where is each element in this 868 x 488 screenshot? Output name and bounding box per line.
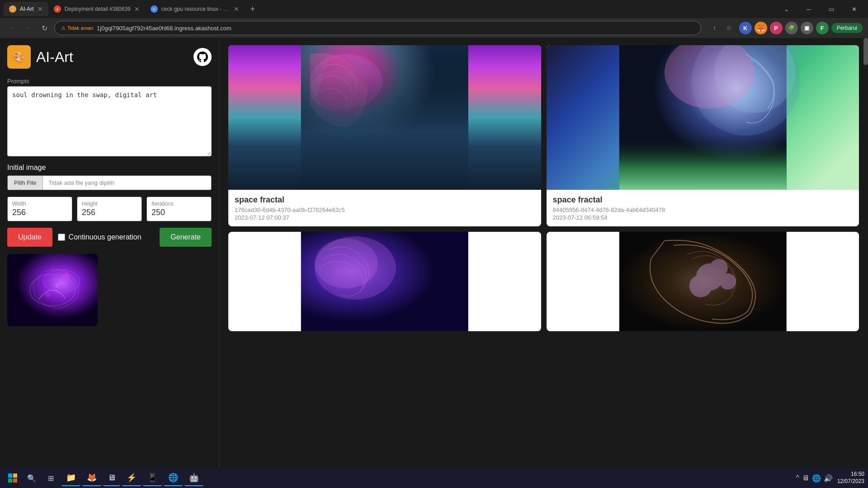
tab-close-2[interactable]: ✕: [134, 6, 140, 12]
iterations-input[interactable]: [151, 208, 207, 217]
tab-close-3[interactable]: ✕: [234, 6, 239, 12]
update-button-browser[interactable]: Perbarui: [831, 23, 863, 33]
initial-image-label: Initial image: [7, 164, 212, 172]
share-button[interactable]: ↑: [708, 22, 721, 34]
height-label: Height: [82, 201, 137, 207]
art-card-1[interactable]: space fractal 176cad30-6d4b-4370-aa0b-f2…: [228, 45, 541, 226]
fractal-svg-1: [228, 45, 541, 190]
browser-chrome: 🎨 AI-Art ✕ ⚡ Deployment detail #380639 ✕…: [0, 0, 868, 38]
search-icon: 🔍: [27, 474, 36, 483]
taskbar-app-burpsuite[interactable]: ⚡: [122, 470, 141, 486]
ext-sidebar[interactable]: ▣: [801, 22, 813, 34]
ext-k[interactable]: K: [739, 22, 752, 34]
taskbar-app-ai[interactable]: 🤖: [184, 470, 203, 486]
card-date-2: 2023-07-12 06:59:54: [553, 214, 853, 221]
address-input[interactable]: ⚠ Tidak aman 1j0gql7905agf792r45ae0hl68.…: [54, 21, 701, 35]
close-button[interactable]: ✕: [844, 2, 864, 16]
clock[interactable]: 16:50 12/07/2023: [837, 471, 864, 485]
date-display: 12/07/2023: [837, 478, 864, 485]
fractal-svg-2: [547, 45, 859, 190]
minimize-button[interactable]: ─: [798, 2, 819, 16]
reload-button[interactable]: ↻: [38, 22, 51, 34]
taskbar-app-chrome[interactable]: 🌐: [164, 470, 183, 486]
dimensions-row: Width Height Iterations: [7, 197, 212, 221]
card-title-1: space fractal: [235, 195, 535, 205]
app3-icon: 🖥: [108, 473, 116, 483]
new-tab-button[interactable]: +: [246, 3, 259, 15]
svg-rect-24: [13, 474, 17, 478]
github-icon: [197, 52, 208, 62]
tab-deployment[interactable]: ⚡ Deployment detail #380639 ✕: [48, 2, 145, 16]
update-button[interactable]: Update: [7, 228, 52, 247]
window-controls: ─ ▭ ✕: [798, 2, 864, 16]
file-input-row: Pilih File Tidak ada file yang dipilih: [7, 175, 212, 190]
network-icon[interactable]: 🌐: [812, 474, 821, 483]
system-tray: ^ 🖥 🌐 🔊: [796, 474, 833, 483]
tab-favicon-2: ⚡: [54, 5, 61, 13]
tab-label-2: Deployment detail #380639: [65, 6, 131, 12]
sidebar-header: 🎨 AI-Art: [7, 45, 212, 69]
address-bar: ← → ↻ ⚠ Tidak aman 1j0gql7905agf792r45ae…: [0, 18, 868, 38]
choose-file-button[interactable]: Pilih File: [8, 176, 43, 190]
time-display: 16:50: [837, 471, 864, 478]
chrome-icon: 🌐: [168, 473, 178, 483]
ext-puzzle[interactable]: 🧩: [785, 22, 798, 34]
card-image-1: [228, 45, 541, 190]
preview-image: [7, 254, 98, 326]
width-label: Width: [12, 201, 67, 207]
ext-profile[interactable]: F: [816, 22, 829, 34]
card-uuid-1: 176cad30-6d4b-4370-aa0b-f276264e62c5: [235, 206, 535, 213]
tray-expand-icon[interactable]: ^: [796, 474, 799, 482]
tab-overflow[interactable]: ⌄ ─ ▭ ✕: [784, 2, 864, 16]
app-title: AI-Art: [36, 49, 73, 66]
taskbar-app-explorer[interactable]: 📁: [61, 470, 80, 486]
card-info-2: space fractal 84405956-8474-4d76-82da-4a…: [547, 190, 859, 226]
tab-ai-art[interactable]: 🎨 AI-Art ✕: [4, 2, 48, 16]
extension-icons: K 🦊 P 🧩 ▣ F Perbarui: [739, 22, 863, 34]
maximize-button[interactable]: ▭: [821, 2, 842, 16]
scrollbar-thumb[interactable]: [863, 38, 868, 65]
iterations-label: Iterations: [151, 201, 207, 207]
url-display: 1j0gql7905agf792r45ae0hl68.ingress.akash…: [97, 25, 231, 32]
bookmark-button[interactable]: ☆: [723, 22, 736, 34]
svg-rect-23: [8, 474, 12, 478]
svg-rect-26: [13, 479, 17, 483]
warning-text: Tidak aman: [67, 25, 93, 31]
task-view-button[interactable]: ⊞: [42, 470, 60, 486]
height-input[interactable]: [82, 208, 137, 217]
width-field: Width: [7, 197, 72, 221]
tab-close-1[interactable]: ✕: [38, 6, 43, 12]
taskbar-app-3[interactable]: 🖥: [103, 470, 120, 486]
ext-p[interactable]: P: [770, 22, 783, 34]
art-card-4[interactable]: [547, 232, 859, 331]
display-icon[interactable]: 🖥: [802, 474, 809, 482]
art-card-3[interactable]: [228, 232, 541, 331]
card-image-2: [547, 45, 859, 190]
start-button[interactable]: [4, 470, 22, 486]
windows-logo-icon: [8, 474, 17, 483]
height-field: Height: [77, 197, 142, 221]
fractal-svg-4: [547, 232, 859, 331]
taskbar-app-firefox[interactable]: 🦊: [82, 470, 101, 486]
search-button[interactable]: 🔍: [24, 470, 40, 486]
svg-point-21: [689, 275, 712, 297]
art-card-2[interactable]: space fractal 84405956-8474-4d76-82da-4a…: [547, 45, 859, 226]
forward-button[interactable]: →: [22, 22, 34, 34]
continuous-generation-label[interactable]: Continuous generation: [58, 233, 142, 241]
tab-gpu[interactable]: G ceck gpu resource linux - Penelu... ✕: [145, 2, 245, 16]
tab-bar: 🎨 AI-Art ✕ ⚡ Deployment detail #380639 ✕…: [0, 0, 868, 18]
ext-fox[interactable]: 🦊: [755, 22, 767, 34]
address-actions: ↑ ☆: [708, 22, 736, 34]
width-input[interactable]: [12, 208, 67, 217]
taskbar-app-android[interactable]: 📱: [143, 470, 162, 486]
scrollbar-track: [863, 38, 868, 468]
android-icon: 📱: [147, 473, 157, 483]
prompts-textarea[interactable]: soul drowning in the swap, digital art: [7, 86, 212, 156]
continuous-checkbox[interactable]: [58, 234, 65, 241]
generate-button[interactable]: Generate: [160, 228, 212, 247]
app-layout: 🎨 AI-Art Prompts soul drowning in the sw…: [0, 38, 868, 488]
github-button[interactable]: [193, 48, 212, 66]
tab-overflow-icon: ⌄: [784, 5, 789, 13]
back-button[interactable]: ←: [5, 22, 18, 34]
volume-icon[interactable]: 🔊: [824, 474, 833, 483]
